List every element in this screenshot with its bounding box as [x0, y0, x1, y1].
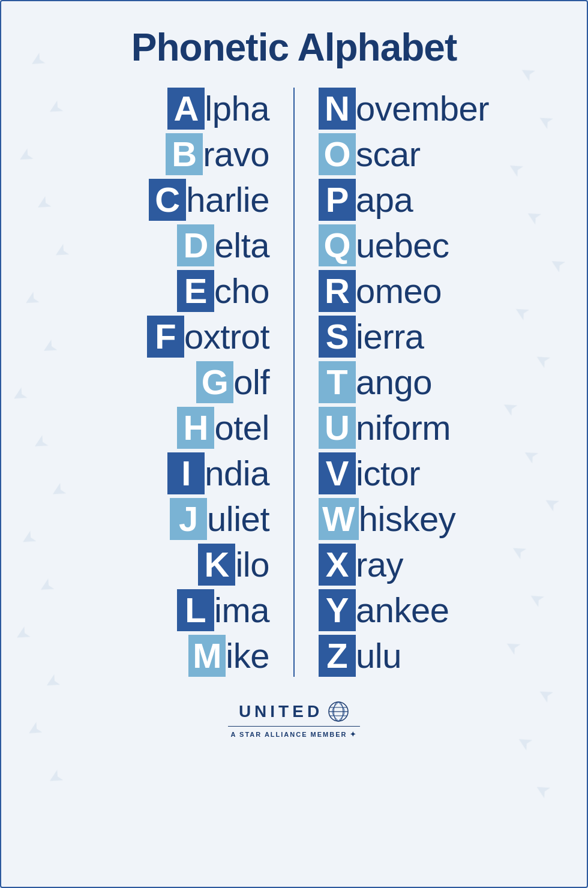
word-row: Tango	[319, 361, 432, 403]
word-rest: olf	[233, 362, 269, 403]
letter-box-c: C	[149, 179, 186, 221]
letter-box-n: N	[319, 88, 356, 130]
letter-box-q: Q	[319, 224, 356, 266]
word-row: November	[319, 88, 489, 130]
word-row: Alpha	[167, 88, 269, 130]
word-rest: apa	[356, 180, 413, 220]
word-row: Lima	[177, 589, 269, 631]
word-rest: ulu	[356, 636, 401, 676]
letter-box-s: S	[319, 316, 356, 358]
letter-box-l: L	[177, 589, 214, 631]
word-rest: ima	[214, 590, 269, 631]
word-row: Uniform	[319, 407, 451, 449]
word-row: Whiskey	[319, 498, 455, 540]
word-rest: lpha	[205, 89, 269, 129]
word-row: Quebec	[319, 224, 449, 266]
letter-box-e: E	[177, 270, 214, 312]
letter-box-x: X	[319, 544, 356, 586]
letter-box-d: D	[177, 224, 214, 266]
letter-box-a: A	[167, 88, 205, 130]
word-row: Hotel	[177, 407, 269, 449]
word-rest: ndia	[205, 454, 269, 494]
word-row: Echo	[177, 270, 269, 312]
letter-box-b: B	[166, 133, 203, 175]
letter-box-j: J	[170, 498, 207, 540]
word-rest: scar	[356, 134, 421, 175]
letter-box-u: U	[319, 407, 356, 449]
word-row: Kilo	[198, 544, 269, 586]
word-rest: niform	[356, 408, 451, 448]
word-row: Charlie	[149, 179, 269, 221]
letter-box-p: P	[319, 179, 356, 221]
word-rest: ictor	[356, 454, 420, 494]
word-rest: ilo	[235, 545, 269, 585]
letter-box-f: F	[147, 316, 184, 358]
word-row: Papa	[319, 179, 413, 221]
word-row: Delta	[177, 224, 269, 266]
word-row: Xray	[319, 544, 403, 586]
word-row: Yankee	[319, 589, 449, 631]
word-rest: ankee	[356, 590, 449, 631]
word-rest: omeo	[356, 271, 442, 311]
letter-box-w: W	[319, 498, 359, 540]
word-row: Mike	[188, 635, 269, 677]
united-logo: UNITED	[239, 701, 349, 722]
footer: UNITED A STAR ALLIANCE MEMBER ✦	[228, 701, 360, 739]
letter-box-g: G	[196, 361, 233, 403]
alphabet-grid: AlphaBravoCharlieDeltaEchoFoxtrotGolfHot…	[19, 88, 569, 677]
star-alliance-text: A STAR ALLIANCE MEMBER ✦	[231, 730, 358, 739]
page-title: Phonetic Alphabet	[131, 25, 457, 70]
word-rest: elta	[214, 226, 269, 266]
word-row: Foxtrot	[147, 316, 269, 358]
page-container: Phonetic Alphabet AlphaBravoCharlieDelta…	[0, 0, 588, 888]
letter-box-m: M	[188, 635, 226, 677]
word-rest: otel	[214, 408, 269, 448]
letter-box-t: T	[319, 361, 356, 403]
word-rest: ierra	[356, 317, 424, 357]
word-row: Golf	[196, 361, 269, 403]
word-rest: uliet	[207, 499, 269, 539]
word-rest: ravo	[203, 134, 269, 175]
letter-box-i: I	[167, 452, 205, 494]
word-row: Bravo	[166, 133, 269, 175]
right-column: NovemberOscarPapaQuebecRomeoSierraTangoU…	[295, 88, 569, 677]
letter-box-z: Z	[319, 635, 356, 677]
word-rest: oxtrot	[184, 317, 269, 357]
united-brand-text: UNITED	[239, 702, 323, 721]
word-row: India	[167, 452, 269, 494]
letter-box-r: R	[319, 270, 356, 312]
word-rest: harlie	[186, 180, 269, 220]
letter-box-o: O	[319, 133, 356, 175]
left-column: AlphaBravoCharlieDeltaEchoFoxtrotGolfHot…	[19, 88, 293, 677]
word-row: Victor	[319, 452, 420, 494]
word-row: Oscar	[319, 133, 421, 175]
word-rest: ray	[356, 545, 403, 585]
word-row: Romeo	[319, 270, 442, 312]
word-rest: ike	[226, 636, 269, 676]
page-content: Phonetic Alphabet AlphaBravoCharlieDelta…	[19, 25, 569, 739]
word-row: Sierra	[319, 316, 424, 358]
word-rest: ovember	[356, 89, 489, 129]
word-rest: cho	[214, 271, 269, 311]
word-rest: uebec	[356, 226, 449, 266]
word-rest: hiskey	[359, 499, 455, 539]
word-row: Zulu	[319, 635, 401, 677]
united-globe-icon	[328, 701, 349, 722]
letter-box-k: K	[198, 544, 235, 586]
footer-divider	[228, 726, 360, 727]
letter-box-y: Y	[319, 589, 356, 631]
star-alliance-icon: ✦	[350, 730, 357, 739]
word-row: Juliet	[170, 498, 269, 540]
word-rest: ango	[356, 362, 432, 403]
letter-box-v: V	[319, 452, 356, 494]
letter-box-h: H	[177, 407, 214, 449]
